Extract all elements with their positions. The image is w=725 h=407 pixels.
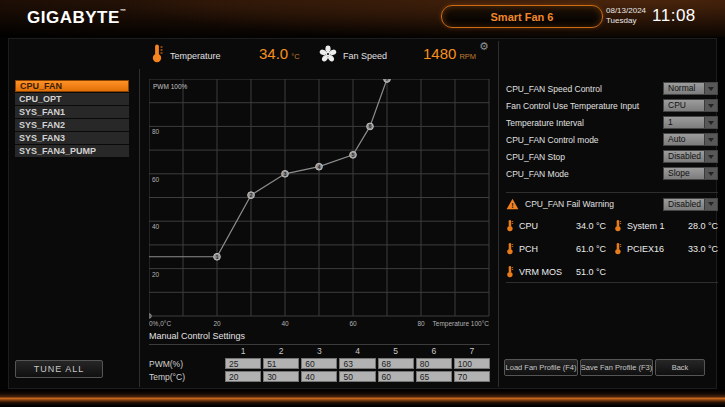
temp-input-5[interactable]: 60	[378, 371, 414, 382]
column-header: 6	[416, 346, 452, 356]
chevron-down-icon	[704, 199, 717, 210]
separator	[506, 192, 718, 193]
fan-curve-line	[149, 79, 387, 257]
chevron-down-icon	[704, 100, 717, 111]
sensor-cpu: CPU 34.0 °C	[506, 214, 606, 237]
left-divider	[139, 69, 140, 387]
gear-icon[interactable]: ⚙	[479, 41, 489, 52]
column-header: 7	[454, 346, 490, 356]
temp-input-7[interactable]: 70	[454, 371, 490, 382]
y-tick-label: 20	[152, 271, 160, 278]
pwm-input-1[interactable]: 25	[225, 358, 261, 369]
thermometer-icon	[614, 219, 622, 232]
thermometer-icon	[614, 242, 622, 255]
pwm-input-3[interactable]: 60	[301, 358, 337, 369]
x-axis-label: Temperature 100°C	[433, 320, 490, 328]
fan-mode-dropdown[interactable]: Slope	[663, 167, 718, 180]
separator	[506, 282, 718, 283]
temperature-label: Temperature	[170, 51, 221, 61]
manual-control-settings-title: Manual Control Settings	[149, 331, 490, 345]
date-text: 08/13/2024	[606, 6, 646, 16]
pwm-input-7[interactable]: 100	[454, 358, 490, 369]
fan-icon	[319, 45, 337, 63]
temp-input-6[interactable]: 65	[416, 371, 452, 382]
fan-list-item-sys-fan3[interactable]: SYS_FAN3	[15, 132, 129, 144]
top-bar: GIGABYTE™ Smart Fan 6 08/13/2024 Tuesday…	[0, 0, 725, 37]
origin-label: 0%,0°C	[149, 320, 171, 327]
chevron-down-icon	[704, 151, 717, 162]
column-header: 1	[225, 346, 261, 356]
fan-settings-panel: CPU_FAN Speed Control Normal Fan Control…	[506, 80, 718, 182]
fan-list-item-sys-fan1[interactable]: SYS_FAN1	[15, 106, 129, 118]
pwm-input-2[interactable]: 51	[263, 358, 299, 369]
y-axis-top-label: PWM 100%	[153, 83, 188, 90]
control-mode-dropdown[interactable]: Auto	[663, 133, 718, 146]
right-divider	[498, 41, 499, 387]
datetime: 08/13/2024 Tuesday 11:08	[606, 6, 696, 26]
gigabyte-logo: GIGABYTE™	[27, 8, 126, 28]
fan-list-item-cpu-fan[interactable]: CPU_FAN	[15, 80, 129, 92]
sensor-pch: PCH 61.0 °C	[506, 237, 606, 260]
save-fan-profile-button[interactable]: Save Fan Profile (F3)	[580, 359, 653, 376]
fan-curve-chart[interactable]: PWM 100%806040200%,0°C20406080Temperatur…	[149, 79, 490, 329]
x-tick-label: 40	[281, 320, 289, 327]
setting-row-speed-control: CPU_FAN Speed Control Normal	[506, 80, 718, 97]
setting-row-temperature-interval: Temperature Interval 1	[506, 114, 718, 131]
pwm-input-6[interactable]: 80	[416, 358, 452, 369]
temperature-interval-dropdown[interactable]: 1	[663, 116, 718, 129]
tab-smart-fan-6[interactable]: Smart Fan 6	[441, 5, 603, 28]
pwm-input-5[interactable]: 68	[378, 358, 414, 369]
thermometer-icon	[506, 265, 514, 278]
setting-row-temperature-input: Fan Control Use Temperature Input CPU	[506, 97, 718, 114]
setting-row-fan-mode: CPU_FAN Mode Slope	[506, 165, 718, 182]
svg-text:!: !	[511, 201, 514, 210]
temperature-input-dropdown[interactable]: CPU	[663, 99, 718, 112]
temp-input-1[interactable]: 20	[225, 371, 261, 382]
chevron-down-icon	[704, 134, 717, 145]
fan-list: CPU_FAN CPU_OPT SYS_FAN1 SYS_FAN2 SYS_FA…	[15, 80, 129, 158]
y-tick-label: 40	[152, 223, 160, 230]
sensor-system-1: System 1 28.0 °C	[614, 214, 718, 237]
y-tick-label: 60	[152, 176, 160, 183]
fan-list-item-cpu-opt[interactable]: CPU_OPT	[15, 93, 129, 105]
sensor-pciex16: PCIEX16 33.0 °C	[614, 237, 718, 260]
speed-control-dropdown[interactable]: Normal	[663, 82, 718, 95]
temperature-sensors: CPU 34.0 °C System 1 28.0 °C PCH 61.0 °C…	[506, 214, 718, 283]
origin-handle[interactable]	[149, 314, 151, 319]
x-tick-label: 20	[213, 320, 221, 327]
load-fan-profile-button[interactable]: Load Fan Profile (F4)	[504, 359, 578, 376]
thermometer-icon	[150, 43, 164, 64]
fan-list-item-sys-fan2[interactable]: SYS_FAN2	[15, 119, 129, 131]
temp-input-2[interactable]: 30	[263, 371, 299, 382]
temp-row-label: Temp(°C)	[149, 372, 223, 382]
fan-speed-label: Fan Speed	[343, 51, 387, 61]
fan-curve-svg[interactable]: PWM 100%806040200%,0°C20406080Temperatur…	[149, 79, 490, 329]
thermometer-icon	[506, 242, 514, 255]
temp-input-3[interactable]: 40	[301, 371, 337, 382]
fan-curve-point-label: 2	[250, 193, 253, 198]
fan-curve-point-label: 4	[318, 165, 321, 170]
fan-list-item-sys-fan4-pump[interactable]: SYS_FAN4_PUMP	[15, 145, 129, 157]
fail-warning-row: ! CPU_FAN Fail Warning Disabled	[506, 196, 718, 212]
x-tick-label: 60	[349, 320, 357, 327]
manual-control-settings-table: 1 2 3 4 5 6 7 PWM(%) 25 51 60 63 68 80 1…	[149, 346, 490, 382]
chevron-down-icon	[704, 117, 717, 128]
sensor-vrm-mos: VRM MOS 51.0 °C	[506, 260, 606, 283]
fan-curve-point-label: 1	[216, 255, 219, 260]
smart-fan-6-screen: GIGABYTE™ Smart Fan 6 08/13/2024 Tuesday…	[0, 0, 725, 407]
fail-warning-dropdown[interactable]: Disabled	[663, 198, 718, 211]
temp-input-4[interactable]: 50	[339, 371, 375, 382]
pwm-input-4[interactable]: 63	[339, 358, 375, 369]
clock-time: 11:08	[652, 6, 696, 26]
column-header: 3	[301, 346, 337, 356]
y-tick-label: 80	[152, 128, 160, 135]
bottom-glow-strip	[0, 390, 725, 407]
fan-stop-dropdown[interactable]: Disabled	[663, 150, 718, 163]
back-button[interactable]: Back	[655, 359, 705, 376]
tune-all-button[interactable]: TUNE ALL	[15, 360, 103, 378]
day-text: Tuesday	[606, 16, 646, 26]
thermometer-icon	[506, 219, 514, 232]
column-header: 5	[378, 346, 414, 356]
setting-row-fan-stop: CPU_FAN Stop Disabled	[506, 148, 718, 165]
fan-curve-point-label: 3	[284, 172, 287, 177]
